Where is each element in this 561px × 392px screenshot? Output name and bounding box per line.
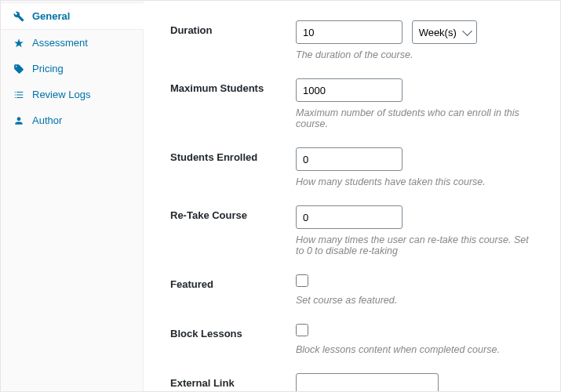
students-enrolled-input[interactable]	[296, 147, 403, 171]
max-students-input[interactable]	[296, 78, 403, 102]
sidebar-item-label: Author	[32, 114, 62, 126]
max-students-desc: Maximum number of students who can enrol…	[296, 107, 534, 129]
sidebar-item-general[interactable]: General	[1, 2, 143, 30]
wrench-icon	[12, 11, 26, 22]
sidebar-item-assessment[interactable]: Assessment	[1, 30, 143, 56]
sidebar-item-pricing[interactable]: Pricing	[1, 56, 143, 82]
settings-sidebar: General Assessment Pricing Review Logs A…	[1, 1, 144, 391]
star-icon	[12, 38, 26, 49]
sidebar-item-label: General	[32, 10, 70, 22]
featured-desc: Set course as featured.	[296, 295, 534, 306]
user-icon	[12, 115, 26, 126]
retake-input[interactable]	[296, 205, 403, 229]
sidebar-item-label: Assessment	[32, 37, 88, 49]
sidebar-item-review-logs[interactable]: Review Logs	[1, 82, 143, 107]
retake-label: Re-Take Course	[170, 205, 296, 221]
students-enrolled-label: Students Enrolled	[170, 147, 296, 163]
retake-desc: How many times the user can re-take this…	[296, 234, 534, 256]
featured-label: Featured	[170, 274, 296, 290]
duration-input[interactable]	[296, 20, 403, 44]
sidebar-item-label: Review Logs	[32, 89, 90, 100]
sidebar-item-label: Pricing	[32, 63, 64, 74]
block-lessons-desc: Block lessons content when completed cou…	[296, 344, 534, 355]
featured-checkbox[interactable]	[296, 274, 308, 287]
list-icon	[12, 89, 26, 100]
external-link-label: External Link	[170, 373, 296, 389]
max-students-label: Maximum Students	[170, 78, 296, 94]
external-link-input[interactable]	[296, 373, 439, 391]
tag-icon	[12, 64, 26, 74]
duration-desc: The duration of the course.	[296, 49, 534, 60]
duration-label: Duration	[170, 20, 296, 36]
sidebar-item-author[interactable]: Author	[1, 107, 143, 133]
students-enrolled-desc: How many students have taken this course…	[296, 176, 534, 187]
settings-panel: Duration Week(s) The duration of the cou…	[144, 1, 560, 391]
block-lessons-label: Block Lessons	[170, 324, 296, 339]
block-lessons-checkbox[interactable]	[296, 324, 308, 336]
duration-unit-select[interactable]: Week(s)	[412, 20, 477, 44]
